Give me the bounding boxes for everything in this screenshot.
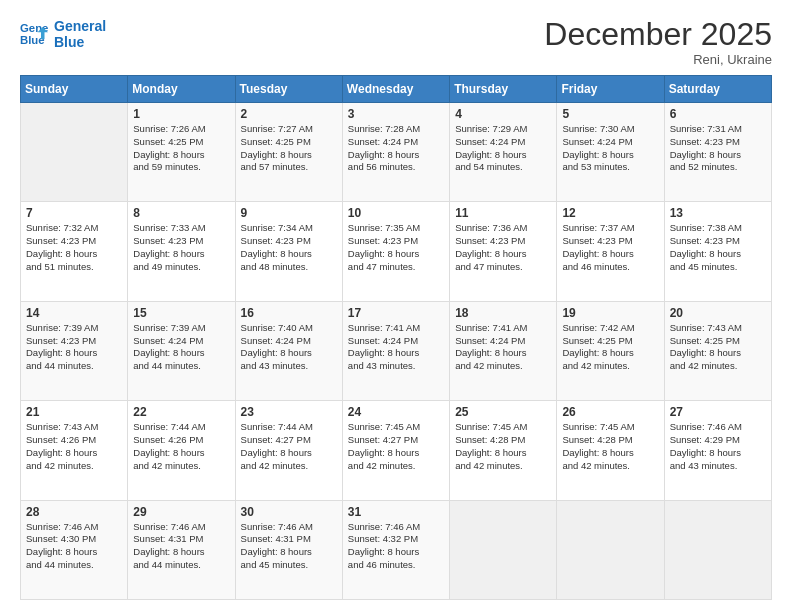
day-number: 28 (26, 505, 122, 519)
cell-info: Sunrise: 7:28 AM Sunset: 4:24 PM Dayligh… (348, 123, 444, 174)
day-number: 27 (670, 405, 766, 419)
day-number: 10 (348, 206, 444, 220)
day-number: 20 (670, 306, 766, 320)
page: General Blue General Blue December 2025 … (0, 0, 792, 612)
day-number: 15 (133, 306, 229, 320)
weekday-header: Tuesday (235, 76, 342, 103)
calendar-cell (450, 500, 557, 599)
calendar-week-row: 21Sunrise: 7:43 AM Sunset: 4:26 PM Dayli… (21, 401, 772, 500)
weekday-header: Thursday (450, 76, 557, 103)
day-number: 4 (455, 107, 551, 121)
calendar-cell: 17Sunrise: 7:41 AM Sunset: 4:24 PM Dayli… (342, 301, 449, 400)
day-number: 17 (348, 306, 444, 320)
cell-info: Sunrise: 7:41 AM Sunset: 4:24 PM Dayligh… (348, 322, 444, 373)
calendar-cell: 31Sunrise: 7:46 AM Sunset: 4:32 PM Dayli… (342, 500, 449, 599)
calendar-cell (21, 103, 128, 202)
cell-info: Sunrise: 7:46 AM Sunset: 4:32 PM Dayligh… (348, 521, 444, 572)
day-number: 25 (455, 405, 551, 419)
calendar-cell: 18Sunrise: 7:41 AM Sunset: 4:24 PM Dayli… (450, 301, 557, 400)
calendar-cell: 1Sunrise: 7:26 AM Sunset: 4:25 PM Daylig… (128, 103, 235, 202)
day-number: 13 (670, 206, 766, 220)
cell-info: Sunrise: 7:45 AM Sunset: 4:28 PM Dayligh… (562, 421, 658, 472)
day-number: 6 (670, 107, 766, 121)
day-number: 26 (562, 405, 658, 419)
calendar-cell: 30Sunrise: 7:46 AM Sunset: 4:31 PM Dayli… (235, 500, 342, 599)
cell-info: Sunrise: 7:32 AM Sunset: 4:23 PM Dayligh… (26, 222, 122, 273)
day-number: 11 (455, 206, 551, 220)
day-number: 2 (241, 107, 337, 121)
calendar-cell: 25Sunrise: 7:45 AM Sunset: 4:28 PM Dayli… (450, 401, 557, 500)
location: Reni, Ukraine (544, 52, 772, 67)
calendar-week-row: 14Sunrise: 7:39 AM Sunset: 4:23 PM Dayli… (21, 301, 772, 400)
calendar-table: SundayMondayTuesdayWednesdayThursdayFrid… (20, 75, 772, 600)
calendar-cell: 19Sunrise: 7:42 AM Sunset: 4:25 PM Dayli… (557, 301, 664, 400)
day-number: 29 (133, 505, 229, 519)
cell-info: Sunrise: 7:44 AM Sunset: 4:26 PM Dayligh… (133, 421, 229, 472)
day-number: 7 (26, 206, 122, 220)
day-number: 5 (562, 107, 658, 121)
logo: General Blue General Blue (20, 18, 106, 50)
cell-info: Sunrise: 7:45 AM Sunset: 4:28 PM Dayligh… (455, 421, 551, 472)
cell-info: Sunrise: 7:27 AM Sunset: 4:25 PM Dayligh… (241, 123, 337, 174)
calendar-cell: 20Sunrise: 7:43 AM Sunset: 4:25 PM Dayli… (664, 301, 771, 400)
calendar-cell: 7Sunrise: 7:32 AM Sunset: 4:23 PM Daylig… (21, 202, 128, 301)
weekday-header: Monday (128, 76, 235, 103)
calendar-cell: 14Sunrise: 7:39 AM Sunset: 4:23 PM Dayli… (21, 301, 128, 400)
day-number: 9 (241, 206, 337, 220)
cell-info: Sunrise: 7:40 AM Sunset: 4:24 PM Dayligh… (241, 322, 337, 373)
calendar-cell (664, 500, 771, 599)
weekday-header: Wednesday (342, 76, 449, 103)
calendar-cell: 26Sunrise: 7:45 AM Sunset: 4:28 PM Dayli… (557, 401, 664, 500)
cell-info: Sunrise: 7:46 AM Sunset: 4:31 PM Dayligh… (241, 521, 337, 572)
day-number: 8 (133, 206, 229, 220)
weekday-header: Saturday (664, 76, 771, 103)
day-number: 18 (455, 306, 551, 320)
calendar-cell: 27Sunrise: 7:46 AM Sunset: 4:29 PM Dayli… (664, 401, 771, 500)
cell-info: Sunrise: 7:42 AM Sunset: 4:25 PM Dayligh… (562, 322, 658, 373)
day-number: 19 (562, 306, 658, 320)
day-number: 16 (241, 306, 337, 320)
cell-info: Sunrise: 7:44 AM Sunset: 4:27 PM Dayligh… (241, 421, 337, 472)
cell-info: Sunrise: 7:26 AM Sunset: 4:25 PM Dayligh… (133, 123, 229, 174)
cell-info: Sunrise: 7:45 AM Sunset: 4:27 PM Dayligh… (348, 421, 444, 472)
day-number: 22 (133, 405, 229, 419)
day-number: 14 (26, 306, 122, 320)
cell-info: Sunrise: 7:37 AM Sunset: 4:23 PM Dayligh… (562, 222, 658, 273)
cell-info: Sunrise: 7:29 AM Sunset: 4:24 PM Dayligh… (455, 123, 551, 174)
logo-blue: Blue (54, 34, 106, 50)
calendar-cell: 23Sunrise: 7:44 AM Sunset: 4:27 PM Dayli… (235, 401, 342, 500)
calendar-cell: 22Sunrise: 7:44 AM Sunset: 4:26 PM Dayli… (128, 401, 235, 500)
calendar-cell: 11Sunrise: 7:36 AM Sunset: 4:23 PM Dayli… (450, 202, 557, 301)
day-number: 3 (348, 107, 444, 121)
calendar-cell: 3Sunrise: 7:28 AM Sunset: 4:24 PM Daylig… (342, 103, 449, 202)
calendar-cell: 12Sunrise: 7:37 AM Sunset: 4:23 PM Dayli… (557, 202, 664, 301)
calendar-cell: 8Sunrise: 7:33 AM Sunset: 4:23 PM Daylig… (128, 202, 235, 301)
day-number: 21 (26, 405, 122, 419)
cell-info: Sunrise: 7:46 AM Sunset: 4:31 PM Dayligh… (133, 521, 229, 572)
day-number: 12 (562, 206, 658, 220)
cell-info: Sunrise: 7:38 AM Sunset: 4:23 PM Dayligh… (670, 222, 766, 273)
calendar-week-row: 28Sunrise: 7:46 AM Sunset: 4:30 PM Dayli… (21, 500, 772, 599)
logo-icon: General Blue (20, 20, 48, 48)
cell-info: Sunrise: 7:36 AM Sunset: 4:23 PM Dayligh… (455, 222, 551, 273)
cell-info: Sunrise: 7:33 AM Sunset: 4:23 PM Dayligh… (133, 222, 229, 273)
cell-info: Sunrise: 7:43 AM Sunset: 4:26 PM Dayligh… (26, 421, 122, 472)
day-number: 23 (241, 405, 337, 419)
month-title: December 2025 (544, 18, 772, 50)
header: General Blue General Blue December 2025 … (20, 18, 772, 67)
calendar-cell: 24Sunrise: 7:45 AM Sunset: 4:27 PM Dayli… (342, 401, 449, 500)
cell-info: Sunrise: 7:35 AM Sunset: 4:23 PM Dayligh… (348, 222, 444, 273)
calendar-cell (557, 500, 664, 599)
cell-info: Sunrise: 7:39 AM Sunset: 4:23 PM Dayligh… (26, 322, 122, 373)
calendar-cell: 6Sunrise: 7:31 AM Sunset: 4:23 PM Daylig… (664, 103, 771, 202)
title-block: December 2025 Reni, Ukraine (544, 18, 772, 67)
day-number: 1 (133, 107, 229, 121)
cell-info: Sunrise: 7:31 AM Sunset: 4:23 PM Dayligh… (670, 123, 766, 174)
calendar-week-row: 1Sunrise: 7:26 AM Sunset: 4:25 PM Daylig… (21, 103, 772, 202)
cell-info: Sunrise: 7:46 AM Sunset: 4:29 PM Dayligh… (670, 421, 766, 472)
calendar-cell: 10Sunrise: 7:35 AM Sunset: 4:23 PM Dayli… (342, 202, 449, 301)
logo-general: General (54, 18, 106, 34)
calendar-cell: 16Sunrise: 7:40 AM Sunset: 4:24 PM Dayli… (235, 301, 342, 400)
calendar-cell: 13Sunrise: 7:38 AM Sunset: 4:23 PM Dayli… (664, 202, 771, 301)
calendar-cell: 5Sunrise: 7:30 AM Sunset: 4:24 PM Daylig… (557, 103, 664, 202)
